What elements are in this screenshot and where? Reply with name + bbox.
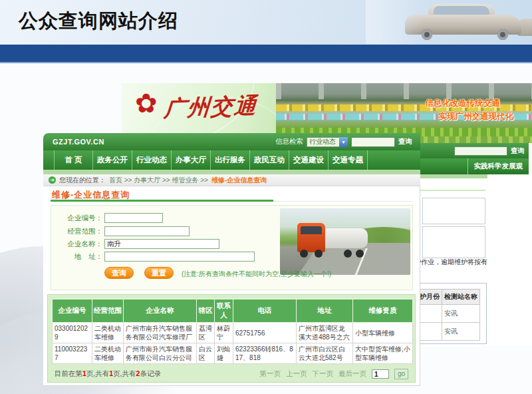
- back-content-box: [422, 198, 485, 224]
- site-domain: GZJT.GOV.CN: [43, 138, 104, 146]
- next-page-link[interactable]: 下一页: [313, 369, 334, 379]
- maintenance-table: 维护月份 检测站名称 12 安讯 6 安讯: [410, 289, 480, 341]
- address-input[interactable]: [104, 252, 255, 262]
- pagination-summary: 目前在第1页,共有1页,共有2条记录: [55, 369, 161, 379]
- search-label: 信息检索: [275, 137, 303, 146]
- form-note: (注意:所有查询条件不能同时为空,至少要输入一个!): [182, 270, 331, 279]
- back-content-box: [422, 226, 485, 258]
- table-row: 6 安讯: [411, 323, 480, 341]
- search-category-select[interactable]: 行业动态 ▼: [307, 137, 348, 147]
- main-nav-bar: 首 页 政务公开 行业动态 办事大厅 出行服务 政民互动 交通建设 交通专题: [43, 150, 420, 170]
- nav-item-gov-affairs[interactable]: 政务公开: [93, 150, 132, 170]
- slide-title: 公众查询网站介绍: [19, 8, 178, 35]
- results-section: 企业编号 经营范围 企业名称 辖区 联系人 电话 地址 维修资质 0330012…: [47, 294, 416, 383]
- enterprise-id-input[interactable]: [104, 213, 163, 223]
- breadcrumb-current: 维修-企业信息查询: [211, 176, 267, 185]
- business-scope-input[interactable]: [104, 226, 190, 236]
- slide: 公众查询网站介绍 ✿ 广州交通 信息化改造传统交通 实现广州交通现代化 查询: [0, 0, 532, 394]
- enterprise-name-input[interactable]: [104, 239, 219, 249]
- query-button[interactable]: 查询: [104, 267, 134, 279]
- slide-header-band: 公众查询网站介绍: [0, 0, 532, 45]
- site-banner: ✿ 广州交通 信息化改造传统交通 实现广州交通现代化: [122, 83, 532, 136]
- breadcrumb: ➔ 您现在的位置： 首页 >> 办事大厅 >> 维管业务 >> 维修-企业信息查…: [43, 174, 420, 186]
- column-header: 辖区: [197, 299, 215, 323]
- nav-item-travel-service[interactable]: 出行服务: [211, 150, 250, 170]
- gz-traffic-logo: 广州交通: [163, 91, 259, 124]
- nav-item-service-hall[interactable]: 办事大厅: [172, 150, 211, 170]
- table-row: 1100032237 二类机动车维修 广州市南升汽车销售服务有限公司白云分公司 …: [53, 343, 413, 364]
- nav-item-home[interactable]: 首 页: [54, 150, 93, 170]
- site-search-input[interactable]: [351, 137, 395, 147]
- column-header: 联系人: [215, 299, 233, 323]
- back-nav-tab[interactable]: 实践科学发展观: [467, 158, 529, 174]
- site-top-bar: GZJT.GOV.CN 信息检索 行业动态 ▼ 查询: [43, 133, 420, 150]
- nav-item-construction[interactable]: 交通建设: [289, 150, 329, 170]
- site-search-button[interactable]: 查询: [398, 137, 412, 146]
- front-browser-window: GZJT.GOV.CN 信息检索 行业动态 ▼ 查询 首 页 政务公开 行业动态…: [43, 133, 420, 386]
- field-label-address: 地 址：: [51, 252, 104, 262]
- car-image: [366, 0, 532, 44]
- banner-slogan-line2: 实现广州交通现代化: [439, 111, 514, 122]
- location-arrow-icon: ➔: [49, 176, 56, 184]
- taxi-fleet-photo: 信息化改造传统交通 实现广州交通现代化: [276, 83, 532, 136]
- field-label-business-scope: 经营范围：: [51, 227, 104, 236]
- gz-traffic-crest-icon: ✿: [135, 90, 158, 116]
- reset-button[interactable]: 重置: [144, 267, 174, 279]
- table-row: 0330012029 二类机动车维修 广州市南升汽车销售服务有限公司汽车修理厂 …: [53, 323, 413, 343]
- breadcrumb-path[interactable]: 首页 >> 办事大厅 >> 维管业务 >>: [109, 176, 208, 185]
- column-header: 企业编号: [53, 299, 92, 323]
- breadcrumb-prefix: 您现在的位置：: [59, 176, 106, 185]
- title-underline-accent: [0, 62, 532, 63]
- title-underline-bar: [0, 45, 532, 62]
- back-partial-text: 护作业，逾期维护将按有: [414, 258, 531, 267]
- column-header: 经营范围: [92, 299, 124, 323]
- table-row: 12 安讯: [411, 305, 480, 323]
- nav-item-industry-news[interactable]: 行业动态: [132, 150, 172, 170]
- last-page-link[interactable]: 最后一页: [338, 369, 366, 379]
- field-label-enterprise-name: 企业名称：: [51, 240, 104, 249]
- banner-slogan-line1: 信息化改造传统交通: [426, 98, 501, 109]
- back-search-button[interactable]: 查询: [511, 146, 525, 156]
- nav-item-topics[interactable]: 交通专题: [329, 150, 368, 170]
- column-header: 电话: [233, 299, 297, 323]
- nav-item-interaction[interactable]: 政民互动: [250, 150, 289, 170]
- prev-page-link[interactable]: 上一页: [286, 369, 307, 379]
- first-page-link[interactable]: 第一页: [260, 369, 281, 379]
- truck-photo: [280, 208, 410, 275]
- column-header: 地址: [297, 299, 353, 323]
- column-header: 企业名称: [124, 299, 197, 323]
- page-number-input[interactable]: [372, 369, 389, 379]
- query-form: 企业编号： 经营范围： 企业名称： 地 址： 查询 重置 (注意:所有查询条件不…: [51, 205, 413, 290]
- go-button[interactable]: go: [394, 369, 408, 379]
- pagination-bar: 目前在第1页,共有1页,共有2条记录 第一页 上一页 下一页 最后一页 go: [52, 367, 411, 381]
- site-search-bar: 信息检索 行业动态 ▼ 查询: [275, 137, 420, 147]
- results-header-row: 企业编号 经营范围 企业名称 辖区 联系人 电话 地址 维修资质: [53, 299, 413, 323]
- back-search-input[interactable]: [454, 146, 507, 156]
- column-header: 维修资质: [353, 299, 413, 323]
- results-table: 企业编号 经营范围 企业名称 辖区 联系人 电话 地址 维修资质 0330012…: [52, 299, 413, 364]
- select-dropdown-arrow-icon[interactable]: ▼: [339, 137, 348, 147]
- column-header: 检测站名称: [442, 290, 480, 305]
- field-label-enterprise-id: 企业编号：: [51, 214, 104, 223]
